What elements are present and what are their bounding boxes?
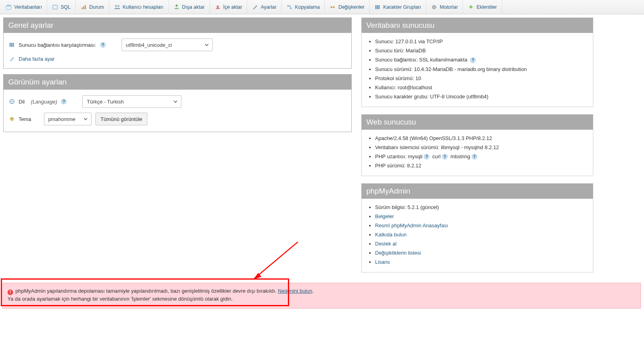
help-icon[interactable]: ?: [470, 58, 476, 63]
tab-sql[interactable]: SQL: [47, 0, 76, 14]
chevron-down-icon: [83, 117, 88, 121]
pma-link-homepage[interactable]: Resmî phpMyAdmin Anasayfası: [375, 222, 448, 228]
svg-rect-10: [290, 8, 292, 9]
collation-icon: [9, 42, 15, 48]
list-item: Sunucu karakter grubu: UTF-8 Unicode (ut…: [375, 92, 589, 101]
web-server-panel: Web sunucusu Apache/2.4.58 (Win64) OpenS…: [361, 114, 593, 176]
tab-label: Veritabanları: [14, 4, 42, 10]
variables-icon: [330, 4, 336, 10]
svg-point-16: [433, 6, 435, 8]
language-icon: [9, 99, 15, 104]
help-icon[interactable]: ?: [472, 154, 477, 159]
pma-link-support[interactable]: Destek al: [375, 241, 396, 247]
help-icon[interactable]: ?: [61, 99, 67, 104]
list-item: PHP uzantısı: mysqli ? curl ? mbstring ?: [375, 152, 589, 161]
tab-users[interactable]: Kullanıcı hesapları: [109, 0, 169, 14]
plugin-icon: [468, 4, 474, 10]
sql-icon: [52, 4, 58, 10]
export-icon: [173, 4, 180, 10]
tab-label: İçe aktar: [223, 4, 242, 10]
left-column: Genel ayarlar Sunucu bağlantısı karşılaş…: [3, 17, 352, 280]
help-icon[interactable]: ?: [442, 154, 448, 159]
svg-point-23: [11, 118, 11, 119]
appearance-settings-panel: Görünüm ayarları Dil (Language) ? Türkçe…: [3, 74, 352, 132]
svg-rect-2: [82, 8, 83, 9]
tab-status[interactable]: Durum: [76, 0, 109, 14]
find-out-why-link[interactable]: Nedenini bulun: [278, 288, 312, 294]
collation-select[interactable]: utf8mb4_unicode_ci: [122, 38, 213, 51]
alert-text-2: Ya da orada ayarlamak için herhangi bir …: [8, 296, 232, 302]
pma-link-docs[interactable]: Belgeler: [375, 213, 394, 219]
svg-rect-15: [379, 5, 380, 9]
view-all-button[interactable]: Tümünü görüntüle: [95, 113, 148, 125]
list-item: Destek al: [375, 239, 589, 248]
general-settings-panel: Genel ayarlar Sunucu bağlantısı karşılaş…: [3, 17, 352, 69]
replication-icon: [286, 4, 293, 10]
gear-icon: [431, 4, 437, 10]
svg-rect-4: [85, 5, 86, 9]
phpmyadmin-panel: phpMyAdmin Sürüm bilgisi: 5.2.1 (güncel)…: [361, 183, 593, 272]
pma-link-changelog[interactable]: Değişikliklerin listesi: [375, 250, 421, 256]
pma-list: Sürüm bilgisi: 5.2.1 (güncel) Belgeler R…: [362, 199, 593, 272]
config-storage-alert: !phpMyAdmin yapılandırma depolaması tama…: [2, 283, 641, 309]
tab-settings[interactable]: Ayarlar: [247, 0, 281, 14]
more-settings-link[interactable]: Daha fazla ayar: [19, 56, 55, 62]
tab-variables[interactable]: Değişkenler: [325, 0, 370, 14]
theme-select[interactable]: pmahomme: [44, 113, 91, 125]
help-icon[interactable]: ?: [100, 42, 106, 48]
tab-label: Dışa aktar: [182, 4, 205, 10]
tab-replication[interactable]: Kopyalama: [282, 0, 325, 14]
list-item: Sürüm bilgisi: 5.2.1 (güncel): [375, 203, 589, 212]
tab-label: Kullanıcı hesapları: [123, 4, 164, 10]
list-item: Değişikliklerin listesi: [375, 248, 589, 257]
tab-import[interactable]: İçe aktar: [210, 0, 248, 14]
tab-engines[interactable]: Motorlar: [426, 0, 463, 14]
database-icon: [6, 4, 12, 10]
list-item: Sunucu bağlantısı: SSL kullanılmamakta ?: [375, 55, 589, 65]
tab-label: Ayarlar: [261, 4, 276, 10]
top-tabbar: Veritabanları SQL Durum Kullanıcı hesapl…: [0, 0, 644, 14]
error-icon: !: [8, 290, 13, 295]
help-icon[interactable]: ?: [424, 154, 429, 159]
pma-link-license[interactable]: Lisans: [375, 259, 390, 265]
tab-label: Karakter Grupları: [383, 4, 421, 10]
pma-link-contribute[interactable]: Katkıda bulun: [375, 232, 407, 238]
tab-label: SQL: [61, 4, 70, 10]
import-icon: [215, 4, 221, 10]
svg-rect-14: [377, 5, 378, 9]
chevron-down-icon: [173, 99, 178, 104]
tab-databases[interactable]: Veritabanları: [1, 0, 47, 14]
list-item: Sunucu sürümü: 10.4.32-MariaDB - mariadb…: [375, 65, 589, 74]
svg-rect-19: [11, 43, 12, 47]
svg-point-25: [11, 119, 12, 120]
list-item: Protokol sürümü: 10: [375, 74, 589, 83]
panel-title: phpMyAdmin: [362, 184, 593, 199]
wrench-icon: [252, 4, 258, 10]
tab-charsets[interactable]: Karakter Grupları: [370, 0, 426, 14]
collation-label: Sunucu bağlantısı karşılaştırması:: [19, 42, 96, 48]
svg-rect-18: [10, 43, 11, 47]
list-item: Veritabanı istemcisi sürümü: libmysql - …: [375, 143, 589, 152]
svg-rect-20: [13, 43, 14, 47]
language-select[interactable]: Türkçe - Turkish: [82, 95, 181, 108]
select-value: pmahomme: [48, 116, 76, 122]
tab-export[interactable]: Dışa aktar: [169, 0, 210, 14]
panel-title: Veritabanı sunucusu: [362, 18, 593, 33]
alert-text: phpMyAdmin yapılandırma depolaması tamam…: [15, 288, 278, 294]
panel-title: Görünüm ayarları: [4, 75, 351, 90]
select-value: utf8mb4_unicode_ci: [126, 42, 172, 48]
tab-plugins[interactable]: Eklentiler: [463, 0, 502, 14]
list-item: Lisans: [375, 257, 589, 267]
svg-rect-9: [287, 5, 289, 7]
svg-point-6: [118, 5, 119, 6]
svg-rect-13: [375, 5, 377, 9]
tab-label: Değişkenler: [338, 4, 364, 10]
db-server-panel: Veritabanı sunucusu Sunucu: 127.0.0.1 vi…: [361, 17, 593, 107]
tab-label: Eklentiler: [476, 4, 497, 10]
chevron-down-icon: [204, 42, 209, 47]
svg-point-5: [115, 5, 117, 6]
theme-icon: [9, 116, 15, 122]
svg-rect-3: [83, 6, 84, 9]
status-icon: [80, 4, 87, 10]
tab-label: Kopyalama: [295, 4, 320, 10]
